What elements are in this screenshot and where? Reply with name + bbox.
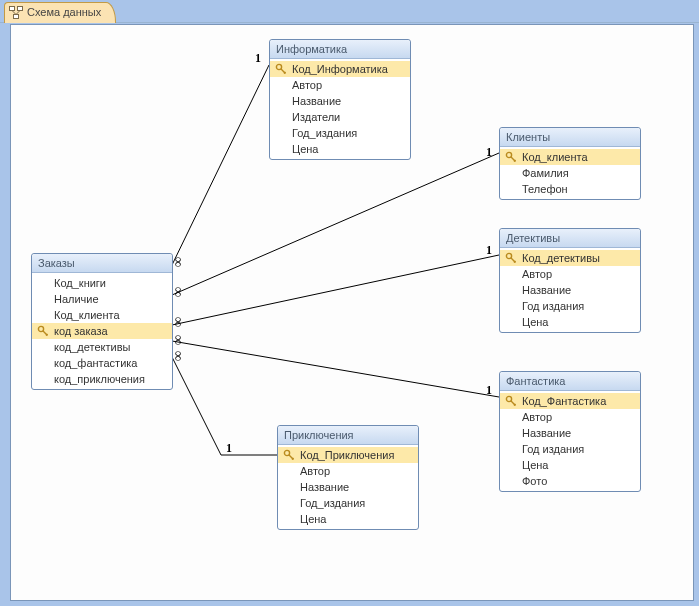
field-row[interactable]: Код_Информатика bbox=[270, 61, 410, 77]
cardinality-one: 1 bbox=[486, 383, 492, 398]
field-row[interactable]: Автор bbox=[500, 266, 640, 282]
table-title[interactable]: Заказы bbox=[32, 254, 172, 273]
field-row[interactable]: код_приключения bbox=[32, 371, 172, 387]
field-row[interactable]: Год_издания bbox=[278, 495, 418, 511]
field-row[interactable]: Год_издания bbox=[270, 125, 410, 141]
svg-rect-1 bbox=[18, 7, 23, 11]
field-name: код заказа bbox=[54, 325, 108, 337]
field-list: Код_книгиНаличиеКод_клиентакод заказакод… bbox=[32, 273, 172, 389]
table-priklyucheniya[interactable]: Приключения Код_ПриключенияАвторНазвание… bbox=[277, 425, 419, 530]
field-list: Код_детективыАвторНазваниеГод изданияЦен… bbox=[500, 248, 640, 332]
svg-line-3 bbox=[12, 11, 16, 15]
field-row[interactable]: Название bbox=[270, 93, 410, 109]
field-row[interactable]: Код_клиента bbox=[500, 149, 640, 165]
svg-line-9 bbox=[172, 357, 221, 455]
field-name: Цена bbox=[522, 459, 548, 471]
field-name: Название bbox=[522, 427, 571, 439]
field-name: Цена bbox=[292, 143, 318, 155]
relationships-canvas[interactable]: 1 ∞ 1 ∞ 1 ∞ 1 ∞ 1 ∞ Заказы Код_книгиНали… bbox=[10, 24, 694, 601]
primary-key-icon bbox=[505, 252, 517, 264]
field-row[interactable]: код_детективы bbox=[32, 339, 172, 355]
cardinality-one: 1 bbox=[226, 441, 232, 456]
field-row[interactable]: Наличие bbox=[32, 291, 172, 307]
field-name: код_детективы bbox=[54, 341, 130, 353]
table-title[interactable]: Детективы bbox=[500, 229, 640, 248]
field-row[interactable]: Автор bbox=[500, 409, 640, 425]
table-informatika[interactable]: Информатика Код_ИнформатикаАвторНазвание… bbox=[269, 39, 411, 160]
field-row[interactable]: Цена bbox=[500, 457, 640, 473]
table-title[interactable]: Информатика bbox=[270, 40, 410, 59]
field-row[interactable]: Название bbox=[278, 479, 418, 495]
field-row[interactable]: Цена bbox=[278, 511, 418, 527]
field-row[interactable]: Год издания bbox=[500, 298, 640, 314]
field-name: Код_детективы bbox=[522, 252, 600, 264]
field-row[interactable]: Автор bbox=[278, 463, 418, 479]
field-name: Издатели bbox=[292, 111, 340, 123]
field-list: Код_ПриключенияАвторНазваниеГод_изданияЦ… bbox=[278, 445, 418, 529]
field-row[interactable]: Название bbox=[500, 282, 640, 298]
field-row[interactable]: Код_клиента bbox=[32, 307, 172, 323]
field-row[interactable]: Цена bbox=[270, 141, 410, 157]
field-list: Код_ФантастикаАвторНазваниеГод изданияЦе… bbox=[500, 391, 640, 491]
field-name: Фото bbox=[522, 475, 547, 487]
field-name: Название bbox=[300, 481, 349, 493]
svg-line-8 bbox=[172, 341, 499, 397]
field-name: Телефон bbox=[522, 183, 568, 195]
svg-rect-0 bbox=[10, 7, 15, 11]
tab-label: Схема данных bbox=[27, 6, 101, 18]
field-name: Код_Информатика bbox=[292, 63, 388, 75]
svg-line-7 bbox=[172, 255, 499, 325]
field-name: Код_клиента bbox=[54, 309, 120, 321]
field-name: Код_клиента bbox=[522, 151, 588, 163]
field-row[interactable]: Год издания bbox=[500, 441, 640, 457]
table-title[interactable]: Приключения bbox=[278, 426, 418, 445]
field-name: Автор bbox=[522, 411, 552, 423]
svg-rect-2 bbox=[14, 15, 19, 19]
field-row[interactable]: код_фантастика bbox=[32, 355, 172, 371]
field-row[interactable]: Издатели bbox=[270, 109, 410, 125]
field-name: Код_Фантастика bbox=[522, 395, 606, 407]
primary-key-icon bbox=[275, 63, 287, 75]
primary-key-icon bbox=[283, 449, 295, 461]
field-row[interactable]: Код_детективы bbox=[500, 250, 640, 266]
cardinality-one: 1 bbox=[486, 145, 492, 160]
field-row[interactable]: Цена bbox=[500, 314, 640, 330]
tab-schema[interactable]: Схема данных bbox=[4, 2, 116, 23]
table-zakazy[interactable]: Заказы Код_книгиНаличиеКод_клиентакод за… bbox=[31, 253, 173, 390]
field-name: код_приключения bbox=[54, 373, 145, 385]
field-row[interactable]: Фамилия bbox=[500, 165, 640, 181]
svg-line-6 bbox=[172, 153, 499, 295]
field-name: Код_книги bbox=[54, 277, 106, 289]
field-name: Название bbox=[522, 284, 571, 296]
primary-key-icon bbox=[37, 325, 49, 337]
field-name: Код_Приключения bbox=[300, 449, 394, 461]
table-title[interactable]: Фантастика bbox=[500, 372, 640, 391]
table-title[interactable]: Клиенты bbox=[500, 128, 640, 147]
tab-strip: Схема данных bbox=[0, 0, 699, 23]
table-klienty[interactable]: Клиенты Код_клиентаФамилияТелефон bbox=[499, 127, 641, 200]
cardinality-one: 1 bbox=[486, 243, 492, 258]
field-row[interactable]: Фото bbox=[500, 473, 640, 489]
field-row[interactable]: Название bbox=[500, 425, 640, 441]
field-row[interactable]: код заказа bbox=[32, 323, 172, 339]
field-name: Цена bbox=[300, 513, 326, 525]
svg-line-5 bbox=[172, 65, 269, 265]
field-row[interactable]: Код_Фантастика bbox=[500, 393, 640, 409]
field-row[interactable]: Код_книги bbox=[32, 275, 172, 291]
field-row[interactable]: Код_Приключения bbox=[278, 447, 418, 463]
svg-line-4 bbox=[16, 11, 20, 15]
field-name: Название bbox=[292, 95, 341, 107]
primary-key-icon bbox=[505, 151, 517, 163]
field-name: Год_издания bbox=[292, 127, 357, 139]
field-list: Код_клиентаФамилияТелефон bbox=[500, 147, 640, 199]
field-row[interactable]: Телефон bbox=[500, 181, 640, 197]
field-name: Год издания bbox=[522, 443, 584, 455]
field-list: Код_ИнформатикаАвторНазваниеИздателиГод_… bbox=[270, 59, 410, 159]
table-fantastika[interactable]: Фантастика Код_ФантастикаАвторНазваниеГо… bbox=[499, 371, 641, 492]
relationships-icon bbox=[9, 6, 23, 19]
field-name: Автор bbox=[522, 268, 552, 280]
field-name: Автор bbox=[300, 465, 330, 477]
field-row[interactable]: Автор bbox=[270, 77, 410, 93]
field-name: Цена bbox=[522, 316, 548, 328]
table-detektivy[interactable]: Детективы Код_детективыАвторНазваниеГод … bbox=[499, 228, 641, 333]
